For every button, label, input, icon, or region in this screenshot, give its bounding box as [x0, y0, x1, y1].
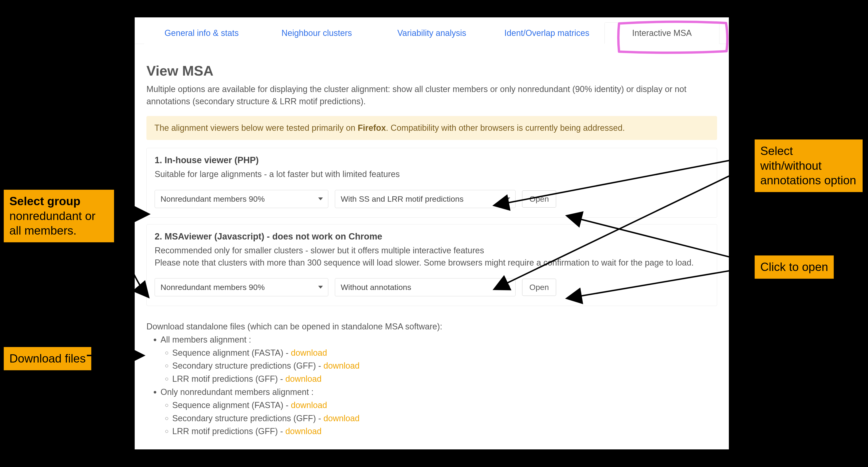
- alert-text-prefix: The alignment viewers below were tested …: [154, 123, 358, 133]
- download-item-label: Sequence alignment (FASTA) -: [172, 400, 291, 410]
- download-item-label: Sequence alignment (FASTA) -: [172, 348, 291, 358]
- downloads-section: Download standalone files (which can be …: [147, 320, 717, 438]
- callout-click-open: Click to open: [755, 256, 834, 279]
- viewer-1-title: 1. In-house viewer (PHP): [155, 155, 709, 165]
- downloads-all-label: All members alignment :: [160, 335, 251, 345]
- download-item-label: Secondary structure predictions (GFF) -: [172, 361, 323, 371]
- viewer-1-annot-select[interactable]: With SS and LRR motif predictions: [335, 190, 516, 208]
- callout-select-group-rest: nonredundant or all members.: [9, 209, 95, 237]
- tab-variability-analysis[interactable]: Variability analysis: [374, 22, 489, 44]
- callout-select-group: Select group nonredundant or all members…: [4, 190, 114, 242]
- list-item: LRR motif predictions (GFF) - download: [172, 425, 717, 438]
- alert-text-bold: Firefox: [358, 123, 386, 133]
- browser-compat-alert: The alignment viewers below were tested …: [147, 116, 717, 140]
- callout-annotations: Select with/without annotations option: [755, 140, 863, 192]
- viewer-2-panel: 2. MSAviewer (Javascript) - does not wor…: [147, 224, 717, 306]
- alert-text-suffix: . Compatibility with other browsers is c…: [386, 123, 625, 133]
- list-item: Sequence alignment (FASTA) - download: [172, 346, 717, 359]
- download-item-label: LRR motif predictions (GFF) -: [172, 427, 285, 436]
- tab-interactive-msa[interactable]: Interactive MSA: [604, 22, 719, 44]
- download-link[interactable]: download: [323, 361, 360, 371]
- download-link[interactable]: download: [285, 427, 321, 436]
- download-link[interactable]: download: [323, 413, 360, 423]
- viewer-2-group-value: Nonredundant members 90%: [160, 283, 265, 292]
- tab-general-info[interactable]: General info & stats: [144, 22, 259, 44]
- viewer-2-annot-value: Without annotations: [341, 283, 411, 292]
- chevron-down-icon: [318, 198, 323, 200]
- viewer-1-group-select[interactable]: Nonredundant members 90%: [155, 190, 328, 208]
- page-title: View MSA: [147, 63, 717, 79]
- tab-ident-overlap-matrices[interactable]: Ident/Overlap matrices: [489, 22, 604, 44]
- list-item: Sequence alignment (FASTA) - download: [172, 399, 717, 412]
- viewer-2-controls: Nonredundant members 90% Without annotat…: [155, 278, 709, 296]
- viewer-1-subtitle: Suitable for large alignments - a lot fa…: [155, 168, 709, 180]
- viewer-2-subtitle-2: Please note that clusters with more than…: [155, 257, 709, 269]
- viewer-2-group-select[interactable]: Nonredundant members 90%: [155, 278, 328, 296]
- list-item: Secondary structure predictions (GFF) - …: [172, 359, 717, 372]
- callout-download-files: Download files: [4, 347, 91, 370]
- tab-bar: General info & stats Neighbour clusters …: [135, 18, 729, 44]
- viewer-1-controls: Nonredundant members 90% With SS and LRR…: [155, 190, 709, 208]
- viewer-2-title: 2. MSAviewer (Javascript) - does not wor…: [155, 232, 709, 242]
- download-item-label: LRR motif predictions (GFF) -: [172, 374, 285, 384]
- app-window: General info & stats Neighbour clusters …: [135, 18, 729, 449]
- downloads-all-group: All members alignment : Sequence alignme…: [160, 333, 717, 385]
- list-item: LRR motif predictions (GFF) - download: [172, 372, 717, 385]
- viewer-2-annot-select[interactable]: Without annotations: [335, 278, 516, 296]
- downloads-intro: Download standalone files (which can be …: [147, 320, 717, 333]
- download-link[interactable]: download: [285, 374, 321, 384]
- viewer-1-panel: 1. In-house viewer (PHP) Suitable for la…: [147, 148, 717, 217]
- viewer-1-open-button[interactable]: Open: [522, 191, 556, 208]
- tab-neighbour-clusters[interactable]: Neighbour clusters: [259, 22, 374, 44]
- callout-select-group-bold: Select group: [9, 194, 108, 209]
- chevron-down-icon: [505, 286, 510, 289]
- chevron-down-icon: [318, 286, 323, 289]
- downloads-nr-group: Only nonredundant members alignment : Se…: [160, 385, 717, 438]
- chevron-down-icon: [505, 198, 510, 200]
- viewer-1-annot-value: With SS and LRR motif predictions: [341, 195, 463, 203]
- viewer-1-group-value: Nonredundant members 90%: [160, 195, 265, 203]
- downloads-nr-label: Only nonredundant members alignment :: [160, 387, 313, 397]
- content-area: View MSA Multiple options are available …: [135, 44, 729, 438]
- download-link[interactable]: download: [291, 400, 327, 410]
- download-link[interactable]: download: [291, 348, 327, 358]
- page-description: Multiple options are available for displ…: [147, 83, 717, 108]
- viewer-2-subtitle-1: Recommended only for smaller clusters - …: [155, 244, 709, 257]
- list-item: Secondary structure predictions (GFF) - …: [172, 412, 717, 425]
- download-item-label: Secondary structure predictions (GFF) -: [172, 413, 323, 423]
- viewer-2-open-button[interactable]: Open: [522, 279, 556, 296]
